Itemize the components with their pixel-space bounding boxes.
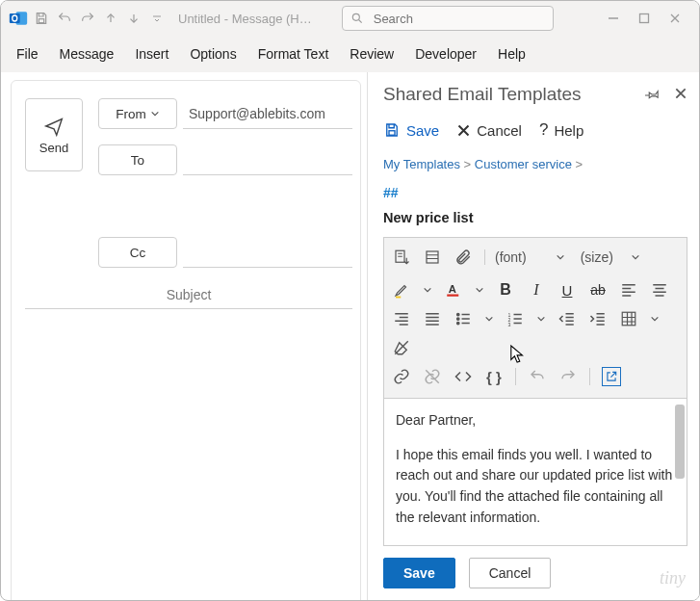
qat-up-icon[interactable] [103,11,118,26]
pin-icon[interactable] [645,87,661,102]
italic-icon[interactable]: I [527,280,546,300]
from-button[interactable]: From [98,98,177,129]
font-size-select[interactable]: (size) [577,249,640,265]
templates-toolbar: Save Cancel ? Help [383,120,687,140]
templates-cancel-button[interactable]: Cancel [456,122,522,139]
chevron-down-icon [556,252,565,262]
titlebar: Untitled - Message (H… [1,1,699,36]
underline-icon[interactable]: U [557,280,577,300]
footer-cancel-button[interactable]: Cancel [469,558,552,588]
align-center-icon[interactable] [650,280,669,300]
template-name[interactable]: New price list [383,210,687,225]
ribbon-tab-formattext[interactable]: Format Text [258,46,329,62]
outlook-logo-icon [9,9,28,28]
editor-toolbar: (font) (size) A B I U [384,238,687,399]
strikethrough-icon[interactable]: ab [588,280,608,300]
templates-save-button[interactable]: Save [383,121,439,139]
from-label: From [116,107,146,121]
window-minimize-icon[interactable] [607,12,620,25]
ribbon-tab-message[interactable]: Message [60,46,115,62]
cc-label: Cc [130,246,146,260]
window-close-icon[interactable] [668,12,682,25]
font-size-label: (size) [581,249,613,265]
close-pane-icon[interactable] [674,87,687,102]
align-right-icon[interactable] [392,309,411,328]
templates-cancel-label: Cancel [477,122,522,139]
svg-point-11 [457,313,459,315]
code-icon[interactable] [454,367,473,386]
outdent-icon[interactable] [557,309,577,328]
ribbon-tab-developer[interactable]: Developer [415,46,477,62]
numbered-list-icon[interactable]: 123 [506,309,525,328]
align-left-icon[interactable] [619,280,638,300]
ribbon-tab-insert[interactable]: Insert [135,46,169,62]
search-icon [350,12,364,25]
cc-field[interactable] [183,237,352,268]
clear-format-icon[interactable] [392,338,411,357]
to-field[interactable] [183,144,352,175]
templates-save-label: Save [406,122,439,139]
insert-template-icon[interactable] [392,248,411,267]
svg-point-12 [457,318,459,320]
font-family-select[interactable]: (font) [484,249,565,265]
qat-redo-icon[interactable] [80,11,95,26]
tiny-logo: tiny [660,568,686,588]
templates-title: Shared Email Templates [383,84,645,105]
font-color-icon[interactable]: A [444,280,463,300]
window-maximize-icon[interactable] [637,12,651,25]
chevron-down-icon[interactable] [475,285,484,295]
help-icon: ? [539,120,548,140]
chevron-down-icon [150,109,160,118]
ribbon-tab-options[interactable]: Options [190,46,236,62]
ribbon-tab-file[interactable]: File [16,46,39,62]
send-button[interactable]: Send [25,98,83,171]
search-box[interactable] [342,6,554,31]
braces-icon[interactable]: { } [484,367,504,386]
svg-rect-10 [447,295,458,297]
search-input[interactable] [372,11,545,27]
bold-icon[interactable]: B [496,280,515,300]
align-justify-icon[interactable] [423,309,442,328]
popout-icon[interactable] [602,367,621,386]
panel-icon[interactable] [423,248,442,267]
from-value[interactable]: Support@ablebits.com [183,98,352,129]
indent-icon[interactable] [588,309,608,328]
attachment-icon[interactable] [454,248,473,267]
qat-undo-icon[interactable] [57,11,72,26]
qat-down-icon[interactable] [126,11,142,26]
svg-text:A: A [449,283,456,295]
svg-rect-5 [640,14,649,23]
chevron-down-icon[interactable] [484,314,494,324]
chevron-down-icon[interactable] [650,314,660,324]
editor-scrollbar[interactable] [675,405,685,539]
template-tags[interactable]: ## [383,185,687,200]
editor-body[interactable]: Dear Partner, I hope this email finds yo… [384,399,687,545]
link-icon[interactable] [392,367,411,386]
font-family-label: (font) [495,249,527,265]
highlight-icon[interactable] [392,280,411,300]
cc-button[interactable]: Cc [98,237,177,268]
cancel-icon [456,123,471,138]
quick-access-toolbar [34,11,165,26]
subject-row[interactable]: Subject [25,287,352,309]
templates-help-button[interactable]: ? Help [539,120,583,140]
send-label: Send [39,141,68,155]
crumb-my-templates[interactable]: My Templates [383,157,460,171]
bullets-icon[interactable] [454,309,473,328]
qat-overflow-icon[interactable] [149,11,165,26]
body-greeting: Dear Partner, [396,410,675,431]
redo-icon[interactable] [558,367,578,386]
chevron-down-icon[interactable] [536,314,546,324]
ribbon-tab-help[interactable]: Help [498,46,526,62]
crumb-customer-service[interactable]: Customer service [475,157,572,171]
footer-save-button[interactable]: Save [383,558,455,588]
to-button[interactable]: To [98,144,177,175]
chevron-down-icon[interactable] [423,285,432,295]
templates-footer: Save Cancel [383,558,687,588]
qat-save-icon[interactable] [34,11,49,26]
unlink-icon[interactable] [423,367,442,386]
footer-save-label: Save [403,565,435,581]
ribbon-tab-review[interactable]: Review [350,46,394,62]
table-icon[interactable] [619,309,638,328]
undo-icon[interactable] [528,367,547,386]
